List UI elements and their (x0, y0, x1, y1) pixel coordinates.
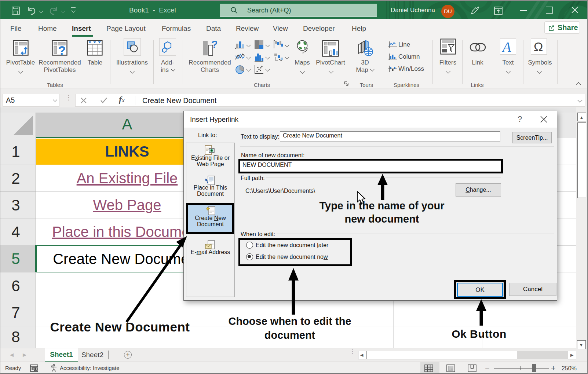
svg-text:?: ? (211, 40, 217, 50)
svg-text:?: ? (58, 43, 66, 56)
